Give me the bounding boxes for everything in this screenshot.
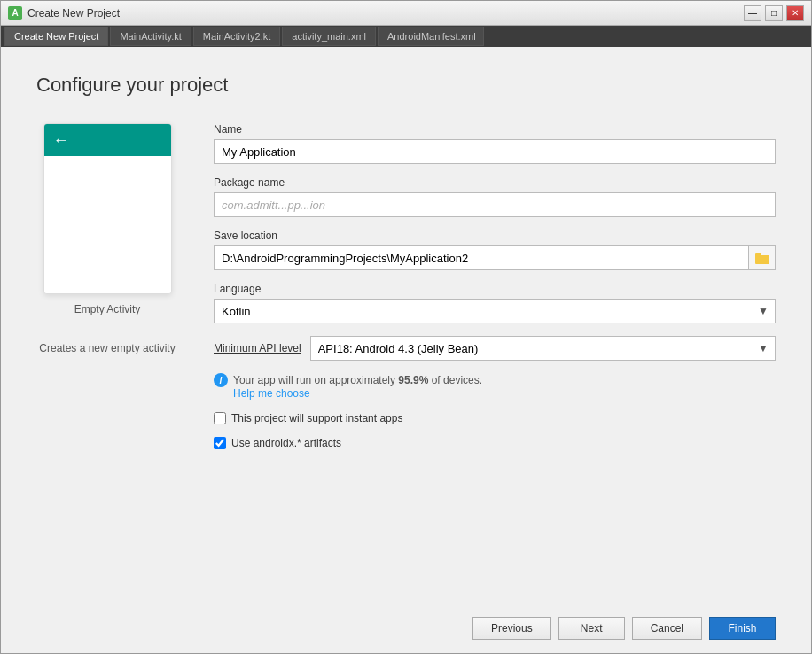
previous-button[interactable]: Previous [472,617,551,640]
maximize-button[interactable]: □ [765,5,783,21]
androidx-label: Use androidx.* artifacts [231,437,341,449]
language-select-wrapper: Kotlin Java ▼ [214,299,776,323]
page-title: Configure your project [36,74,776,97]
instant-apps-row: This project will support instant apps [214,412,776,424]
info-icon: i [214,373,228,387]
androidx-row: Use androidx.* artifacts [214,437,776,449]
activity-label: Empty Activity [74,303,141,315]
tab-activity-main-xml[interactable]: activity_main.xml [282,27,376,46]
phone-header: ← [44,124,171,156]
window-controls: ― □ ✕ [744,5,804,21]
main-area: ← Empty Activity Creates a new empty act… [36,123,776,585]
title-bar: A Create New Project ― □ ✕ [1,1,811,26]
min-api-select[interactable]: API16: Android 4.1 (Jelly Bean) API17: A… [310,336,776,361]
package-input[interactable] [214,192,776,217]
tab-mainactivity2[interactable]: MainActivity2.kt [193,27,280,46]
name-input[interactable] [214,139,776,164]
right-panel: Name Package name Save location [214,123,776,585]
info-section: i Your app will run on approximately 95.… [214,373,776,400]
minimize-button[interactable]: ― [744,5,761,21]
info-prefix: Your app will run on approximately [233,374,398,386]
save-location-label: Save location [214,230,776,242]
androidx-checkbox[interactable] [214,437,226,449]
info-text: Your app will run on approximately 95.9%… [233,374,482,386]
cancel-button[interactable]: Cancel [632,617,702,640]
instant-apps-checkbox[interactable] [214,412,226,424]
tab-androidmanifest[interactable]: AndroidManifest.xml [378,27,484,46]
language-field-group: Language Kotlin Java ▼ [214,283,776,323]
browse-button[interactable] [749,245,776,270]
info-row: i Your app will run on approximately 95.… [214,373,776,387]
save-location-field-group: Save location [214,230,776,270]
name-field-group: Name [214,123,776,164]
folder-icon [755,252,769,264]
tab-mainactivity[interactable]: MainActivity.kt [110,27,191,46]
save-location-input[interactable] [214,245,749,270]
svg-rect-1 [755,253,761,257]
min-api-select-wrapper: API16: Android 4.1 (Jelly Bean) API17: A… [310,336,776,361]
min-api-label: Minimum API level [214,342,301,354]
phone-preview: ← [43,123,172,294]
package-field-group: Package name [214,176,776,217]
description-label: Creates a new empty activity [39,342,175,354]
save-location-input-row [214,245,776,270]
info-suffix: of devices. [428,374,482,386]
content-area: Configure your project ← Empty Activity … [1,47,811,603]
main-window: A Create New Project ― □ ✕ Create New Pr… [0,0,812,654]
back-arrow-icon: ← [53,131,69,150]
instant-apps-label: This project will support instant apps [231,412,402,424]
close-button[interactable]: ✕ [786,5,804,21]
tab-create-new-project[interactable]: Create New Project [4,27,108,46]
tab-bar: Create New Project MainActivity.kt MainA… [1,26,811,47]
window-title: Create New Project [27,7,744,19]
help-me-choose-link[interactable]: Help me choose [233,387,776,400]
language-label: Language [214,283,776,295]
phone-body [44,156,171,293]
next-button[interactable]: Next [558,617,625,640]
name-label: Name [214,123,776,136]
finish-button[interactable]: Finish [709,617,776,640]
min-api-row: Minimum API level API16: Android 4.1 (Je… [214,336,776,361]
language-select[interactable]: Kotlin Java [214,299,776,323]
left-panel: ← Empty Activity Creates a new empty act… [36,123,178,585]
info-percentage: 95.9% [398,374,428,386]
bottom-bar: Previous Next Cancel Finish [1,603,811,653]
window-icon: A [8,6,22,20]
package-label: Package name [214,176,776,189]
